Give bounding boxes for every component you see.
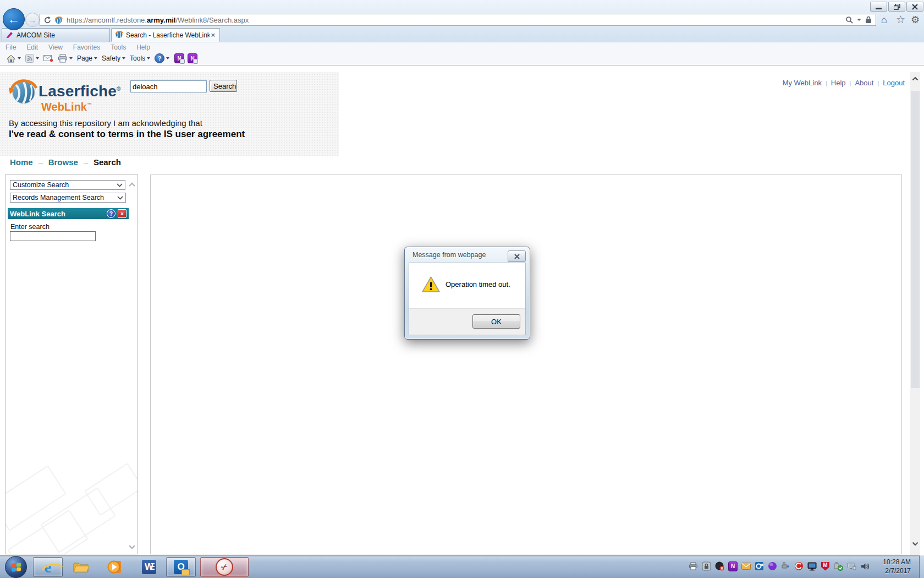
snipping-tool-icon: ✂ xyxy=(216,558,233,576)
sidebar-search-input[interactable] xyxy=(10,231,96,241)
volume-icon[interactable] xyxy=(860,561,870,571)
purple-orb-icon[interactable] xyxy=(768,561,777,571)
records-management-select[interactable]: Records Management Search xyxy=(10,193,126,203)
mail-envelope-icon[interactable] xyxy=(741,561,751,571)
tools-menu-button[interactable]: Tools xyxy=(128,54,152,63)
tab-amcom-site[interactable]: AMCOM Site xyxy=(2,28,110,42)
page-menu-button[interactable]: Page xyxy=(75,54,99,63)
header-search-button[interactable]: Search xyxy=(210,80,237,92)
mcafee-disabled-icon[interactable] xyxy=(715,561,724,571)
media-player-taskbar-button[interactable] xyxy=(101,557,129,577)
home-toolbar-icon[interactable]: ⌂ xyxy=(881,14,887,25)
window-close-button[interactable] xyxy=(906,2,923,12)
read-mail-button[interactable] xyxy=(42,54,55,63)
search-magnifier-icon[interactable] xyxy=(845,16,853,24)
monitor-icon[interactable] xyxy=(807,561,817,571)
menu-tools[interactable]: Tools xyxy=(111,43,126,51)
sidebar-scroll-up-icon[interactable] xyxy=(128,182,136,187)
outlook-taskbar-button[interactable]: O xyxy=(166,557,196,577)
outlook-tray-icon[interactable] xyxy=(755,561,764,571)
snipping-tool-taskbar-button[interactable]: ✂ xyxy=(200,557,249,577)
my-weblink-link[interactable]: My WebLink xyxy=(783,79,822,87)
customize-search-select[interactable]: Customize Search xyxy=(10,180,125,190)
usb-device-icon[interactable] xyxy=(781,561,790,571)
dialog-close-button[interactable] xyxy=(508,250,526,262)
scrollbar-down-icon[interactable] xyxy=(912,542,919,546)
menu-help[interactable]: Help xyxy=(136,43,150,51)
forward-button[interactable]: → xyxy=(25,13,40,27)
print-caret xyxy=(69,57,73,59)
menu-file[interactable]: File xyxy=(6,43,16,51)
forward-arrow-icon: → xyxy=(29,15,37,25)
help-icon: ? xyxy=(155,53,164,63)
select-value: Records Management Search xyxy=(13,194,104,201)
address-bar[interactable]: https://amcomlf.redstone.army.mil/Weblin… xyxy=(40,14,876,26)
tab-close-icon[interactable]: × xyxy=(210,31,216,39)
ok-button[interactable]: OK xyxy=(472,314,520,329)
dialog-body: Operation timed out. OK xyxy=(409,263,526,335)
red-swirl-icon[interactable] xyxy=(794,561,804,571)
clock-time: 10:28 AM xyxy=(876,558,911,566)
nav-browse-link[interactable]: Browse xyxy=(48,157,78,167)
tab-search-laserfiche-weblink[interactable]: Search - Laserfiche WebLink × xyxy=(111,28,220,42)
security-lock-icon[interactable] xyxy=(702,561,711,571)
laserfiche-logo-globe xyxy=(8,76,38,109)
mcafee-shield-icon[interactable]: M xyxy=(821,561,830,571)
safety-menu-button[interactable]: Safety xyxy=(100,54,127,63)
dialog-message: Operation timed out. xyxy=(446,280,510,288)
panel-title: WebLink Search xyxy=(10,210,65,218)
taskbar-clock[interactable]: 10:28 AM 2/7/2017 xyxy=(876,558,911,575)
ie-taskbar-button[interactable]: e xyxy=(33,557,63,577)
onenote-send-icon[interactable]: N xyxy=(188,53,197,63)
warning-icon xyxy=(422,276,440,295)
about-link[interactable]: About xyxy=(855,79,873,87)
onenote-letter-box: N xyxy=(728,561,738,571)
desktop-screen: ← → https://amcomlf.redstone.army.mil/We… xyxy=(0,0,924,578)
help-link[interactable]: Help xyxy=(831,79,846,87)
window-restore-button[interactable] xyxy=(888,2,905,12)
menu-edit[interactable]: Edit xyxy=(26,43,38,51)
network-icon[interactable] xyxy=(847,561,856,571)
favorites-star-icon[interactable]: ☆ xyxy=(896,14,905,25)
scrollbar-up-icon[interactable] xyxy=(912,77,919,81)
logout-link[interactable]: Logout xyxy=(883,79,905,87)
home-button[interactable] xyxy=(4,53,23,64)
refresh-icon[interactable] xyxy=(44,17,51,24)
panel-help-icon[interactable]: ? xyxy=(107,209,116,218)
nav-separator xyxy=(38,163,43,164)
feeds-caret xyxy=(36,57,39,59)
word-taskbar-button[interactable]: W xyxy=(135,557,163,577)
settings-gear-icon[interactable]: ⚙ xyxy=(911,14,920,25)
start-button[interactable] xyxy=(5,556,27,578)
header-search-input[interactable] xyxy=(130,80,207,92)
sidebar-scroll-down-icon[interactable] xyxy=(128,544,136,549)
scrollbar-thumb[interactable] xyxy=(911,91,920,388)
help-menu-button[interactable]: ? xyxy=(153,53,171,64)
ssl-lock-icon[interactable] xyxy=(865,16,872,24)
onenote-clip-icon[interactable]: N xyxy=(728,561,738,571)
explorer-taskbar-button[interactable] xyxy=(67,557,95,577)
ie-orbit-arc xyxy=(41,561,63,574)
feeds-button[interactable] xyxy=(24,53,41,63)
nav-home-link[interactable]: Home xyxy=(10,157,33,167)
usb-check-icon[interactable] xyxy=(834,561,843,571)
enter-search-label: Enter search xyxy=(10,223,50,231)
chevron-down-icon xyxy=(117,183,123,187)
printer-icon[interactable] xyxy=(689,561,698,571)
weblink-search-panel-header[interactable]: WebLink Search ? × xyxy=(8,208,129,219)
message-dialog[interactable]: Message from webpage Operation timed out… xyxy=(404,247,530,340)
print-icon xyxy=(58,54,68,63)
menu-view[interactable]: View xyxy=(48,43,63,51)
panel-close-icon[interactable]: × xyxy=(118,209,127,218)
search-dropdown-caret[interactable] xyxy=(857,19,861,21)
print-button[interactable] xyxy=(56,53,74,63)
rss-feeds-icon xyxy=(25,54,34,63)
menu-favorites[interactable]: Favorites xyxy=(73,43,100,51)
url-text[interactable]: https://amcomlf.redstone.army.mil/Weblin… xyxy=(67,16,249,24)
onenote-linked-notes-icon[interactable]: N xyxy=(174,53,184,63)
back-button[interactable]: ← xyxy=(3,8,25,30)
window-minimize-button[interactable] xyxy=(870,2,887,12)
show-desktop-button[interactable] xyxy=(919,555,924,578)
system-tray: N M xyxy=(689,561,870,571)
select-value: Customize Search xyxy=(13,181,69,189)
